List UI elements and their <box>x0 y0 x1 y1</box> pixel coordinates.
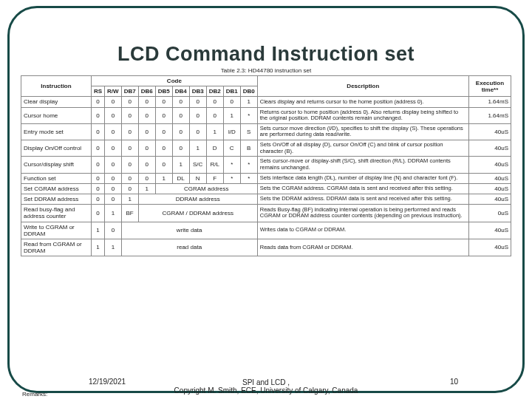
bit-cell: S/C <box>189 157 206 173</box>
row-description: Sets interface data length (DL), number … <box>257 173 468 183</box>
bit-cell: 0 <box>138 140 155 157</box>
bit-cell: B <box>240 140 257 157</box>
bit-cell: 0 <box>206 97 223 107</box>
row-exec: 40uS <box>468 222 511 239</box>
bit-cell: 1 <box>91 239 104 256</box>
table-row: Set DDRAM address001DDRAM addressSets th… <box>21 194 511 204</box>
row-label: Cursor home <box>21 107 92 123</box>
row-description: Reads data from CGRAM or DDRAM. <box>257 239 468 256</box>
table-row: Function set00001DLNF**Sets interface da… <box>21 173 511 183</box>
bit-cell: 0 <box>138 107 155 123</box>
row-exec: 40uS <box>468 183 511 194</box>
row-description: Sets cursor move direction (I/D), specif… <box>257 123 468 140</box>
row-label: Cursor/display shift <box>21 157 92 173</box>
bit-cell: 0 <box>223 97 240 107</box>
bit-cell: 0 <box>155 107 172 123</box>
row-label: Set DDRAM address <box>21 194 92 204</box>
row-description: Sets the CGRAM address. CGRAM data is se… <box>257 183 468 194</box>
bit-cell: 1 <box>105 205 122 222</box>
col-bit: DB0 <box>240 86 257 97</box>
bit-cell: 0 <box>138 157 155 173</box>
row-label: Read busy-flag and address counter <box>21 205 92 222</box>
bit-cell: 0 <box>105 183 122 194</box>
bit-cell: 1 <box>206 123 223 140</box>
bit-cell: 0 <box>121 123 138 140</box>
row-description: Returns cursor to home position (address… <box>257 107 468 123</box>
row-description: Writes data to CGRAM or DDRAM. <box>257 222 468 239</box>
bit-cell: 0 <box>105 97 122 107</box>
merged-bits: CGRAM / DDRAM address <box>138 205 257 222</box>
table-row: Entry mode set00000001I/DSSets cursor mo… <box>21 123 511 140</box>
bit-cell: 0 <box>105 194 122 204</box>
bit-cell: 0 <box>172 107 189 123</box>
bit-cell: N <box>189 173 206 183</box>
row-exec: 40uS <box>468 239 511 256</box>
merged-bits: CGRAM address <box>155 183 257 194</box>
bit-cell: 0 <box>121 97 138 107</box>
bit-cell: 0 <box>155 140 172 157</box>
row-description: Sets cursor-move or display-shift (S/C),… <box>257 157 468 173</box>
bit-cell: 0 <box>189 107 206 123</box>
merged-bits: DDRAM address <box>138 194 257 204</box>
bit-cell: R/L <box>206 157 223 173</box>
bit-cell: C <box>223 140 240 157</box>
row-exec: 0uS <box>468 205 511 222</box>
col-bit: DB4 <box>172 86 189 97</box>
footer-page: 10 <box>450 378 458 386</box>
bit-cell: 0 <box>138 123 155 140</box>
bit-cell: 0 <box>206 107 223 123</box>
bit-cell: 1 <box>91 222 104 239</box>
bit-cell: 1 <box>223 107 240 123</box>
table-row: Cursor home000000001*Returns cursor to h… <box>21 107 511 123</box>
col-bit: RS <box>91 86 104 97</box>
row-exec: 40uS <box>468 123 511 140</box>
col-execution: Execution time** <box>468 76 511 97</box>
row-exec: 40uS <box>468 194 511 204</box>
bit-cell: F <box>206 173 223 183</box>
col-bit: DB7 <box>121 86 138 97</box>
row-exec: 40uS <box>468 173 511 183</box>
bit-cell: 0 <box>91 183 104 194</box>
bit-cell: 0 <box>172 123 189 140</box>
row-description: Reads Busy-flag (BF) indicating internal… <box>257 205 468 222</box>
table-caption: Table 2.3: HD44780 instruction set <box>21 67 511 74</box>
merged-bits: read data <box>121 239 257 256</box>
col-description: Description <box>257 76 468 97</box>
row-label: Set CGRAM address <box>21 183 92 194</box>
table-row: Read busy-flag and address counter01BFCG… <box>21 205 511 222</box>
bit-cell: BF <box>121 205 138 222</box>
bit-cell: 0 <box>91 173 104 183</box>
bit-cell: 0 <box>91 97 104 107</box>
bit-cell: 0 <box>155 97 172 107</box>
row-exec: 40uS <box>468 157 511 173</box>
bit-cell: * <box>223 173 240 183</box>
bit-cell: 0 <box>105 107 122 123</box>
bit-cell: 0 <box>121 157 138 173</box>
instruction-table: Instruction Code Description Execution t… <box>21 75 511 256</box>
table-row: Set CGRAM address0001CGRAM addressSets t… <box>21 183 511 194</box>
row-label: Clear display <box>21 97 92 107</box>
col-bit: R/W <box>105 86 122 97</box>
bit-cell: 1 <box>240 97 257 107</box>
bit-cell: 0 <box>172 140 189 157</box>
col-bit: DB2 <box>206 86 223 97</box>
row-exec: 1.64mS <box>468 107 511 123</box>
bit-cell: * <box>240 157 257 173</box>
bit-cell: S <box>240 123 257 140</box>
bit-cell: 1 <box>105 239 122 256</box>
row-label: Read from CGRAM or DDRAM <box>21 239 92 256</box>
bit-cell: 0 <box>155 123 172 140</box>
bit-cell: 0 <box>91 194 104 204</box>
bit-cell: 0 <box>121 183 138 194</box>
table-row: Read from CGRAM or DDRAM11read dataReads… <box>21 239 511 256</box>
table-row: Clear display0000000001Clears display an… <box>21 97 511 107</box>
bit-cell: 0 <box>189 97 206 107</box>
col-code: Code <box>91 76 257 86</box>
bit-cell: 0 <box>121 107 138 123</box>
bit-cell: 1 <box>155 173 172 183</box>
row-exec: 1.64mS <box>468 97 511 107</box>
bit-cell: DL <box>172 173 189 183</box>
row-description: Sets the DDRAM address. DDRAM data is se… <box>257 194 468 204</box>
merged-bits: write data <box>121 222 257 239</box>
bit-cell: 0 <box>105 140 122 157</box>
